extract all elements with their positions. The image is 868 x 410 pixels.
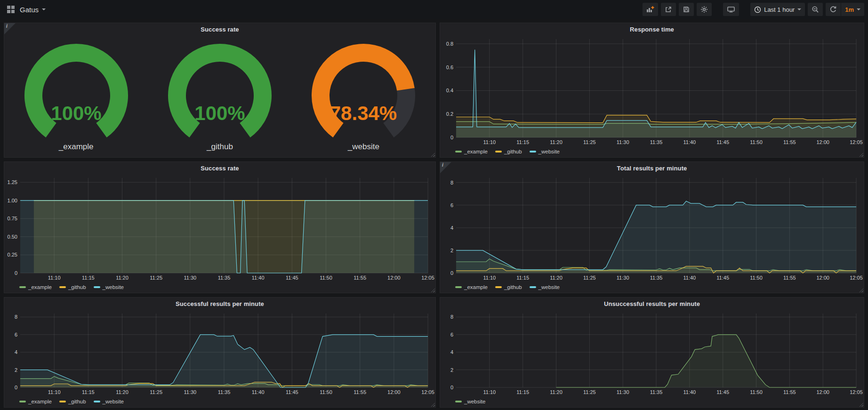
- legend-item-_website[interactable]: _website: [530, 284, 560, 290]
- svg-text:4: 4: [450, 349, 453, 355]
- gauge-arc: 100%: [20, 40, 133, 141]
- legend-label: _example: [28, 399, 52, 404]
- panel-title[interactable]: Success rate: [4, 162, 435, 174]
- svg-text:8: 8: [450, 180, 453, 185]
- svg-text:8: 8: [450, 314, 453, 320]
- legend: _website: [440, 396, 864, 407]
- legend-label: _example: [28, 284, 52, 290]
- series-fill-_website: [20, 201, 428, 273]
- refresh-interval-button[interactable]: 1m: [841, 3, 864, 16]
- gauge-value: 100%: [51, 102, 101, 124]
- legend-item-_example[interactable]: _example: [455, 149, 488, 154]
- refresh-icon: [829, 6, 837, 13]
- legend-swatch: [530, 151, 536, 153]
- svg-text:1.00: 1.00: [8, 198, 17, 203]
- legend-label: _website: [538, 149, 560, 154]
- svg-text:11:20: 11:20: [550, 275, 563, 281]
- chart-plot: 00.250.500.751.001.2511:1011:1511:2011:2…: [4, 174, 435, 281]
- svg-text:0.6: 0.6: [446, 64, 453, 70]
- series-fill-_website: [556, 335, 857, 387]
- zoom-out-icon: [812, 6, 819, 13]
- legend-swatch: [94, 401, 100, 402]
- chart-plot: 0246811:1011:1511:2011:2511:3011:3511:40…: [440, 174, 864, 281]
- legend-item-_example[interactable]: _example: [455, 284, 488, 290]
- panel-info-corner[interactable]: i: [4, 23, 16, 34]
- svg-text:0.25: 0.25: [8, 252, 17, 257]
- legend-label: _website: [103, 284, 124, 290]
- panel-title[interactable]: Unsuccessful results per minute: [440, 297, 864, 310]
- chevron-down-icon: [42, 8, 46, 12]
- time-range-picker-button[interactable]: Last 1 hour: [750, 3, 805, 16]
- dashboard-grid-icon[interactable]: [7, 5, 15, 14]
- svg-text:11:40: 11:40: [683, 389, 696, 395]
- gauge-arc: 100%: [163, 40, 276, 141]
- legend-label: _example: [464, 284, 488, 290]
- svg-text:11:20: 11:20: [116, 275, 129, 281]
- legend-item-_example[interactable]: _example: [19, 399, 52, 404]
- svg-text:0.4: 0.4: [446, 88, 453, 93]
- legend-item-_website[interactable]: _website: [94, 399, 124, 404]
- series-fill-_website: [456, 201, 856, 273]
- save-icon: [683, 6, 690, 13]
- panel-successful-results: Successful results per minute 0246811:10…: [4, 297, 436, 408]
- panel-title[interactable]: Success rate: [4, 23, 435, 35]
- legend-swatch: [59, 401, 66, 402]
- add-panel-button[interactable]: [643, 3, 658, 16]
- legend-item-_website[interactable]: _website: [94, 284, 124, 290]
- legend: _example_github_website: [440, 146, 864, 157]
- chart-plot: 00.20.40.60.811:1011:1511:2011:2511:3011…: [440, 35, 864, 146]
- svg-text:0: 0: [450, 135, 453, 140]
- legend-label: _example: [464, 149, 488, 154]
- legend-item-_website[interactable]: _website: [455, 399, 485, 404]
- zoom-out-time-button[interactable]: [808, 3, 823, 16]
- panel-title[interactable]: Response time: [440, 23, 864, 35]
- series-fill-_website: [20, 335, 428, 387]
- svg-text:11:10: 11:10: [48, 389, 61, 395]
- legend-item-_github[interactable]: _github: [59, 284, 86, 290]
- svg-text:11:40: 11:40: [683, 275, 696, 281]
- legend-item-_website[interactable]: _website: [530, 149, 560, 154]
- legend-item-_example[interactable]: _example: [19, 284, 52, 290]
- panel-title[interactable]: Successful results per minute: [4, 297, 435, 310]
- panel-title[interactable]: Total results per minute: [440, 162, 864, 174]
- svg-text:11:10: 11:10: [483, 275, 496, 281]
- clock-icon: [754, 6, 761, 13]
- dashboard-settings-button[interactable]: [697, 3, 712, 16]
- response-time-chart: 00.20.40.60.811:1011:1511:2011:2511:3011…: [440, 35, 864, 146]
- panel-total-results: Total results per minute 0246811:1011:15…: [440, 161, 864, 293]
- dashboard-title-dropdown[interactable]: Gatus: [20, 6, 46, 14]
- svg-text:11:55: 11:55: [354, 275, 366, 281]
- svg-text:11:15: 11:15: [516, 275, 529, 281]
- svg-text:1.25: 1.25: [8, 179, 17, 185]
- svg-text:0.2: 0.2: [446, 111, 453, 117]
- legend-item-_github[interactable]: _github: [495, 284, 522, 290]
- legend-item-_github[interactable]: _github: [495, 149, 522, 154]
- svg-text:0.75: 0.75: [8, 216, 17, 221]
- legend-label: _website: [538, 284, 560, 290]
- svg-text:12:05: 12:05: [850, 389, 863, 395]
- panel-info-corner[interactable]: i: [440, 162, 451, 173]
- successful-results-chart: 0246811:1011:1511:2011:2511:3011:3511:40…: [4, 310, 435, 396]
- legend-item-_github[interactable]: _github: [59, 399, 86, 404]
- cycle-view-mode-button[interactable]: [723, 3, 739, 16]
- tv-mode-icon: [727, 6, 735, 13]
- gauge-_example: 100%_example: [6, 40, 147, 152]
- share-dashboard-button[interactable]: [661, 3, 676, 16]
- svg-text:11:40: 11:40: [252, 275, 265, 281]
- refresh-dashboard-button[interactable]: [826, 3, 841, 16]
- save-dashboard-button[interactable]: [679, 3, 694, 16]
- svg-text:11:45: 11:45: [716, 389, 729, 395]
- legend-swatch: [59, 286, 66, 288]
- success-rate-chart: 00.250.500.751.001.2511:1011:1511:2011:2…: [4, 174, 435, 281]
- svg-text:11:30: 11:30: [184, 275, 196, 281]
- svg-text:11:10: 11:10: [483, 389, 496, 395]
- svg-text:6: 6: [15, 332, 17, 338]
- legend: _example_github_website: [440, 281, 864, 293]
- svg-text:2: 2: [450, 367, 453, 373]
- svg-text:11:45: 11:45: [286, 389, 298, 395]
- chevron-down-icon: [797, 8, 801, 12]
- legend-swatch: [495, 286, 502, 288]
- svg-text:0: 0: [15, 270, 17, 276]
- time-range-label: Last 1 hour: [764, 6, 795, 13]
- svg-text:11:25: 11:25: [150, 389, 162, 395]
